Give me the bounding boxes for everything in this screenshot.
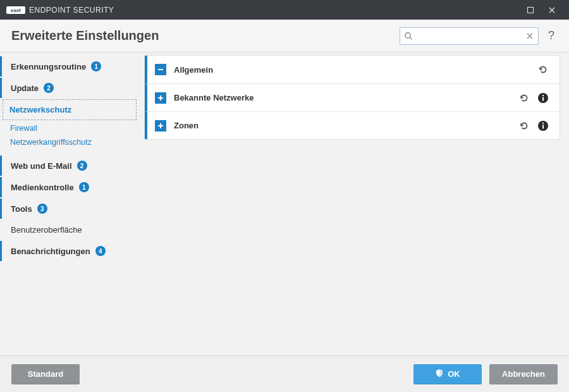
sidebar-item-web-email[interactable]: Web und E-Mail 2 bbox=[0, 156, 140, 176]
revert-icon[interactable] bbox=[517, 118, 532, 133]
title-bar: eset ENDPOINT SECURITY bbox=[0, 0, 569, 20]
ok-button[interactable]: OK bbox=[413, 364, 482, 384]
button-label: Standard bbox=[28, 369, 63, 379]
svg-text:eset: eset bbox=[11, 8, 21, 13]
button-label: Abbrechen bbox=[502, 369, 545, 379]
badge: 3 bbox=[37, 204, 47, 214]
badge: 2 bbox=[77, 161, 87, 171]
clear-search-icon[interactable] bbox=[525, 32, 534, 42]
svg-rect-9 bbox=[542, 95, 544, 96]
page-header: Erweiterte Einstellungen ? bbox=[0, 20, 569, 52]
app-title: ENDPOINT SECURITY bbox=[29, 6, 114, 15]
footer-bar: Standard OK Abbrechen bbox=[0, 355, 569, 392]
sidebar-item-network-protection[interactable]: Netzwerkschutz bbox=[3, 99, 137, 120]
sidebar-item-tools[interactable]: Tools 3 bbox=[0, 199, 140, 219]
window-maximize-button[interactable] bbox=[520, 0, 541, 20]
content-panel: Allgemein Bekannte Netzwerke bbox=[140, 52, 569, 355]
collapse-icon[interactable] bbox=[155, 64, 166, 75]
svg-rect-2 bbox=[528, 7, 534, 13]
sidebar-item-label: Netzwerkangriffsschutz bbox=[10, 138, 92, 147]
expand-icon[interactable] bbox=[155, 120, 166, 132]
section-list: Allgemein Bekannte Netzwerke bbox=[144, 55, 560, 140]
svg-point-3 bbox=[405, 32, 410, 37]
svg-rect-11 bbox=[160, 123, 161, 128]
svg-rect-6 bbox=[160, 95, 161, 101]
section-title: Zonen bbox=[174, 121, 199, 130]
cancel-button[interactable]: Abbrechen bbox=[489, 364, 558, 384]
badge: 2 bbox=[44, 83, 54, 93]
search-icon bbox=[404, 32, 413, 42]
sidebar-item-label: Benachrichtigungen bbox=[11, 247, 90, 256]
search-box[interactable] bbox=[400, 27, 539, 45]
sidebar-item-label: Netzwerkschutz bbox=[9, 105, 71, 114]
sidebar-item-ui[interactable]: Benutzeroberfläche bbox=[0, 220, 140, 240]
sidebar-item-label: Medienkontrolle bbox=[11, 183, 74, 192]
badge: 1 bbox=[91, 61, 101, 71]
info-icon[interactable] bbox=[535, 118, 551, 133]
help-button[interactable]: ? bbox=[545, 29, 558, 42]
badge: 1 bbox=[79, 182, 89, 192]
revert-icon[interactable] bbox=[517, 90, 532, 106]
sidebar-item-label: Update bbox=[11, 83, 39, 93]
sidebar-item-update[interactable]: Update 2 bbox=[0, 78, 140, 98]
section-general[interactable]: Allgemein bbox=[145, 56, 560, 83]
sidebar-subitem-network-attack[interactable]: Netzwerkangriffsschutz bbox=[0, 135, 140, 149]
default-button[interactable]: Standard bbox=[11, 364, 80, 384]
revert-icon[interactable] bbox=[535, 62, 551, 77]
svg-rect-14 bbox=[542, 123, 544, 124]
svg-rect-8 bbox=[542, 97, 544, 101]
info-icon[interactable] bbox=[535, 90, 551, 106]
button-label: OK bbox=[448, 369, 460, 379]
sidebar-item-media-control[interactable]: Medienkontrolle 1 bbox=[0, 177, 140, 197]
shield-icon bbox=[435, 369, 444, 379]
section-title: Allgemein bbox=[174, 65, 213, 75]
sidebar-item-notifications[interactable]: Benachrichtigungen 4 bbox=[0, 241, 140, 261]
sidebar-item-label: Erkennungsroutine bbox=[11, 62, 86, 71]
svg-rect-4 bbox=[158, 69, 163, 70]
sidebar: Erkennungsroutine 1 Update 2 Netzwerksch… bbox=[0, 52, 140, 355]
section-known-networks[interactable]: Bekannte Netzwerke bbox=[145, 83, 560, 111]
window-close-button[interactable] bbox=[541, 0, 563, 20]
section-title: Bekannte Netzwerke bbox=[174, 93, 254, 102]
sidebar-item-label: Web und E-Mail bbox=[11, 161, 72, 171]
sidebar-item-label: Tools bbox=[11, 204, 32, 214]
sidebar-subitem-firewall[interactable]: Firewall bbox=[0, 121, 140, 135]
brand-logo: eset bbox=[6, 6, 25, 14]
sidebar-item-detection[interactable]: Erkennungsroutine 1 bbox=[0, 56, 140, 77]
search-input[interactable] bbox=[400, 28, 538, 44]
sidebar-item-label: Firewall bbox=[10, 124, 37, 133]
page-title: Erweiterte Einstellungen bbox=[11, 28, 159, 43]
expand-icon[interactable] bbox=[155, 92, 166, 104]
sidebar-item-label: Benutzeroberfläche bbox=[11, 225, 82, 235]
svg-rect-13 bbox=[542, 125, 544, 128]
section-zones[interactable]: Zonen bbox=[145, 111, 560, 139]
badge: 4 bbox=[95, 246, 106, 256]
